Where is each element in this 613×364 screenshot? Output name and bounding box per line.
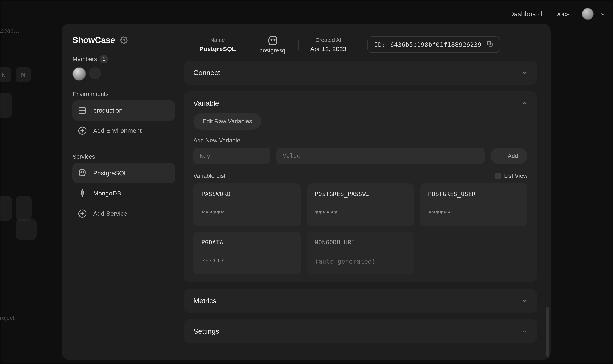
mongodb-icon (78, 189, 87, 198)
variable-value: ****** (315, 209, 406, 217)
add-new-variable-label: Add New Variable (193, 137, 528, 144)
variable-key: PGDATA (201, 239, 293, 246)
variable-card[interactable]: PASSWORD****** (193, 183, 301, 226)
bg-brand-hint: Zeab… (0, 27, 19, 34)
gear-icon[interactable] (120, 36, 128, 44)
variable-card[interactable]: MONGODB_URI(auto generated) (307, 232, 414, 274)
member-avatar[interactable] (72, 67, 86, 81)
id-value: 6436b5b198bf01f188926239 (390, 41, 482, 48)
variable-value: ****** (201, 258, 293, 265)
user-avatar[interactable] (582, 8, 594, 20)
env-item-label: production (93, 107, 123, 114)
environments-label: Environments (72, 91, 175, 97)
copy-id-icon[interactable] (486, 40, 493, 49)
chevron-down-icon (522, 328, 528, 334)
service-panel: ShowCase Members 1 Environments (62, 24, 551, 360)
meta-type-value: postgresql (259, 47, 286, 54)
sidebar: ShowCase Members 1 Environments (62, 24, 184, 360)
variable-key: POSTGRES_PASSW… (315, 191, 406, 197)
panel-settings: Settings (184, 319, 537, 343)
bg-tile-letter: N (15, 67, 31, 82)
chevron-up-icon (522, 100, 528, 106)
panel-settings-header[interactable]: Settings (193, 327, 528, 335)
svg-point-8 (81, 172, 82, 172)
variable-key-input[interactable] (193, 148, 271, 164)
id-prefix: ID: (374, 41, 385, 48)
scrollbar[interactable] (546, 307, 549, 357)
add-variable-button[interactable]: Add (490, 148, 528, 164)
panel-metrics-header[interactable]: Metrics (193, 297, 528, 305)
panel-connect: Connect (184, 61, 537, 85)
panel-variable: Variable Edit Raw Variables Add New Vari… (184, 91, 537, 282)
meta-name-value: PostgreSQL (199, 45, 236, 52)
variable-card[interactable]: POSTGRES_USER****** (420, 183, 528, 226)
panel-variable-header[interactable]: Variable (193, 99, 528, 107)
variable-value: ****** (428, 209, 519, 217)
content-area: Name PostgreSQL postgresql Created At Ap… (184, 24, 551, 360)
service-item-postgresql[interactable]: PostgreSQL (72, 163, 175, 183)
svg-point-9 (83, 172, 84, 172)
panel-metrics: Metrics (184, 289, 537, 313)
variable-list-label: Variable List (193, 172, 225, 179)
service-item-label: MongoDB (93, 190, 121, 197)
nav-docs[interactable]: Docs (554, 10, 570, 18)
service-id-pill: ID: 6436b5b198bf01f188926239 (367, 36, 500, 53)
meta-created-value: Apr 12, 2023 (310, 45, 347, 52)
svg-point-14 (274, 39, 275, 40)
members-label: Members 1 (72, 55, 175, 63)
members-count-badge: 1 (100, 55, 108, 63)
bg-project-hint: roject (0, 314, 14, 321)
chevron-down-icon (522, 298, 528, 304)
add-service-button[interactable]: Add Service (72, 203, 175, 224)
add-service-label: Add Service (93, 210, 127, 217)
checkbox-icon (495, 173, 501, 179)
variable-key: PASSWORD (201, 191, 293, 197)
add-environment-label: Add Environment (93, 127, 142, 134)
nav-dashboard[interactable]: Dashboard (509, 10, 542, 18)
variable-value: ****** (201, 209, 293, 217)
list-view-toggle[interactable]: List View (495, 172, 528, 179)
variable-card[interactable]: PGDATA****** (193, 232, 301, 274)
postgresql-icon (267, 35, 279, 47)
add-member-button[interactable] (89, 67, 101, 79)
service-item-mongodb[interactable]: MongoDB (72, 183, 175, 203)
project-title: ShowCase (72, 35, 115, 45)
meta-name-label: Name (210, 37, 225, 43)
env-item-production[interactable]: production (72, 100, 175, 121)
service-item-label: PostgreSQL (93, 169, 127, 177)
variable-value: (auto generated) (315, 258, 406, 265)
plus-circle-icon (78, 126, 87, 135)
postgresql-icon (78, 169, 87, 178)
variable-key: MONGODB_URI (315, 239, 406, 246)
panel-connect-header[interactable]: Connect (193, 69, 528, 77)
database-icon (78, 106, 87, 115)
plus-circle-icon (78, 209, 87, 218)
services-label: Services (72, 153, 175, 160)
bg-tile-letter: N (0, 67, 11, 82)
meta-created-label: Created At (315, 37, 341, 43)
topbar: Dashboard Docs (509, 2, 606, 25)
variable-value-input[interactable] (276, 148, 485, 164)
edit-raw-variables-button[interactable]: Edit Raw Variables (193, 113, 261, 130)
svg-point-0 (123, 39, 125, 41)
user-menu-chevron-icon[interactable] (600, 11, 606, 17)
add-environment-button[interactable]: Add Environment (72, 121, 175, 141)
variable-key: POSTGRES_USER (428, 191, 519, 197)
chevron-down-icon (522, 70, 528, 76)
variable-card[interactable]: POSTGRES_PASSW…****** (307, 183, 414, 226)
svg-point-13 (271, 39, 272, 40)
